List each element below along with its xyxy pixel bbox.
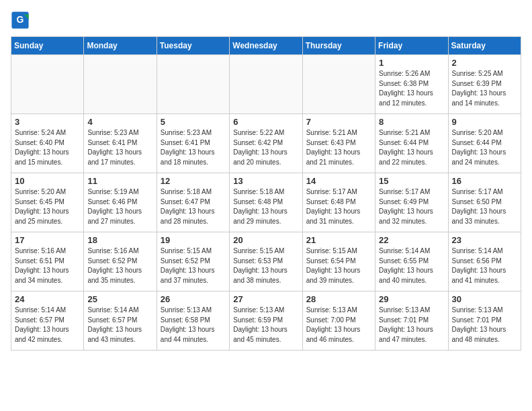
svg-text:G: G [17,14,24,25]
day-info: Sunrise: 5:20 AM Sunset: 6:45 PM Dayligh… [15,187,80,226]
day-cell: 18Sunrise: 5:16 AM Sunset: 6:52 PM Dayli… [84,232,157,291]
day-number: 24 [15,294,80,304]
day-number: 19 [161,235,226,245]
day-cell: 29Sunrise: 5:13 AM Sunset: 7:01 PM Dayli… [375,291,448,351]
day-cell [230,55,302,114]
day-cell: 27Sunrise: 5:13 AM Sunset: 6:59 PM Dayli… [230,291,302,351]
col-header-wednesday: Wednesday [230,37,302,55]
day-cell: 7Sunrise: 5:21 AM Sunset: 6:43 PM Daylig… [302,114,375,173]
day-number: 20 [233,235,298,245]
day-info: Sunrise: 5:25 AM Sunset: 6:39 PM Dayligh… [452,69,517,108]
day-number: 27 [233,294,298,304]
day-cell: 16Sunrise: 5:17 AM Sunset: 6:50 PM Dayli… [448,173,521,232]
day-info: Sunrise: 5:19 AM Sunset: 6:46 PM Dayligh… [87,187,152,226]
day-info: Sunrise: 5:15 AM Sunset: 6:52 PM Dayligh… [161,246,226,285]
calendar-header-row: SundayMondayTuesdayWednesdayThursdayFrid… [11,37,521,55]
day-cell: 11Sunrise: 5:19 AM Sunset: 6:46 PM Dayli… [84,173,157,232]
day-info: Sunrise: 5:14 AM Sunset: 6:57 PM Dayligh… [87,306,152,345]
day-number: 8 [379,117,444,127]
day-info: Sunrise: 5:16 AM Sunset: 6:51 PM Dayligh… [15,246,80,285]
day-number: 9 [452,117,517,127]
day-info: Sunrise: 5:14 AM Sunset: 6:55 PM Dayligh… [379,246,444,285]
day-number: 1 [379,58,444,68]
week-row-0: 1Sunrise: 5:26 AM Sunset: 6:38 PM Daylig… [11,55,521,114]
day-number: 10 [15,176,80,186]
day-info: Sunrise: 5:18 AM Sunset: 6:47 PM Dayligh… [161,187,226,226]
day-cell: 1Sunrise: 5:26 AM Sunset: 6:38 PM Daylig… [375,55,448,114]
logo: G [11,11,32,30]
col-header-sunday: Sunday [11,37,84,55]
day-number: 3 [15,117,80,127]
day-number: 17 [15,235,80,245]
day-info: Sunrise: 5:24 AM Sunset: 6:40 PM Dayligh… [15,128,80,167]
day-cell: 10Sunrise: 5:20 AM Sunset: 6:45 PM Dayli… [11,173,84,232]
header: G [11,11,521,30]
day-cell: 24Sunrise: 5:14 AM Sunset: 6:57 PM Dayli… [11,291,84,351]
day-info: Sunrise: 5:23 AM Sunset: 6:41 PM Dayligh… [161,128,226,167]
day-info: Sunrise: 5:16 AM Sunset: 6:52 PM Dayligh… [87,246,152,285]
day-info: Sunrise: 5:13 AM Sunset: 7:01 PM Dayligh… [379,306,444,345]
day-cell: 13Sunrise: 5:18 AM Sunset: 6:48 PM Dayli… [230,173,302,232]
day-cell: 12Sunrise: 5:18 AM Sunset: 6:47 PM Dayli… [157,173,229,232]
calendar-table: SundayMondayTuesdayWednesdayThursdayFrid… [11,36,521,351]
day-cell: 14Sunrise: 5:17 AM Sunset: 6:48 PM Dayli… [302,173,375,232]
day-info: Sunrise: 5:22 AM Sunset: 6:42 PM Dayligh… [233,128,298,167]
day-info: Sunrise: 5:23 AM Sunset: 6:41 PM Dayligh… [87,128,152,167]
day-cell: 19Sunrise: 5:15 AM Sunset: 6:52 PM Dayli… [157,232,229,291]
day-cell: 26Sunrise: 5:13 AM Sunset: 6:58 PM Dayli… [157,291,229,351]
day-number: 2 [452,58,517,68]
day-cell [11,55,84,114]
day-cell: 8Sunrise: 5:21 AM Sunset: 6:44 PM Daylig… [375,114,448,173]
day-info: Sunrise: 5:13 AM Sunset: 7:01 PM Dayligh… [452,306,517,345]
day-cell: 22Sunrise: 5:14 AM Sunset: 6:55 PM Dayli… [375,232,448,291]
day-number: 26 [161,294,226,304]
day-cell: 3Sunrise: 5:24 AM Sunset: 6:40 PM Daylig… [11,114,84,173]
day-info: Sunrise: 5:21 AM Sunset: 6:43 PM Dayligh… [306,128,371,167]
week-row-4: 24Sunrise: 5:14 AM Sunset: 6:57 PM Dayli… [11,291,521,351]
day-number: 11 [87,176,152,186]
day-cell [84,55,157,114]
day-cell [302,55,375,114]
day-info: Sunrise: 5:17 AM Sunset: 6:49 PM Dayligh… [379,187,444,226]
day-number: 4 [87,117,152,127]
day-number: 25 [87,294,152,304]
col-header-thursday: Thursday [302,37,375,55]
day-number: 21 [306,235,371,245]
day-info: Sunrise: 5:13 AM Sunset: 7:00 PM Dayligh… [306,306,371,345]
day-number: 12 [161,176,226,186]
day-info: Sunrise: 5:20 AM Sunset: 6:44 PM Dayligh… [452,128,517,167]
day-number: 16 [452,176,517,186]
day-cell: 28Sunrise: 5:13 AM Sunset: 7:00 PM Dayli… [302,291,375,351]
day-cell: 2Sunrise: 5:25 AM Sunset: 6:39 PM Daylig… [448,55,521,114]
day-cell: 5Sunrise: 5:23 AM Sunset: 6:41 PM Daylig… [157,114,229,173]
day-cell: 4Sunrise: 5:23 AM Sunset: 6:41 PM Daylig… [84,114,157,173]
day-number: 13 [233,176,298,186]
day-cell: 30Sunrise: 5:13 AM Sunset: 7:01 PM Dayli… [448,291,521,351]
day-info: Sunrise: 5:15 AM Sunset: 6:53 PM Dayligh… [233,246,298,285]
day-info: Sunrise: 5:18 AM Sunset: 6:48 PM Dayligh… [233,187,298,226]
col-header-monday: Monday [84,37,157,55]
day-info: Sunrise: 5:17 AM Sunset: 6:50 PM Dayligh… [452,187,517,226]
week-row-3: 17Sunrise: 5:16 AM Sunset: 6:51 PM Dayli… [11,232,521,291]
day-number: 22 [379,235,444,245]
day-info: Sunrise: 5:14 AM Sunset: 6:56 PM Dayligh… [452,246,517,285]
day-cell: 6Sunrise: 5:22 AM Sunset: 6:42 PM Daylig… [230,114,302,173]
day-info: Sunrise: 5:13 AM Sunset: 6:59 PM Dayligh… [233,306,298,345]
col-header-saturday: Saturday [448,37,521,55]
week-row-2: 10Sunrise: 5:20 AM Sunset: 6:45 PM Dayli… [11,173,521,232]
day-number: 23 [452,235,517,245]
day-cell: 17Sunrise: 5:16 AM Sunset: 6:51 PM Dayli… [11,232,84,291]
day-info: Sunrise: 5:26 AM Sunset: 6:38 PM Dayligh… [379,69,444,108]
logo-icon: G [11,11,30,30]
day-info: Sunrise: 5:21 AM Sunset: 6:44 PM Dayligh… [379,128,444,167]
day-cell: 23Sunrise: 5:14 AM Sunset: 6:56 PM Dayli… [448,232,521,291]
week-row-1: 3Sunrise: 5:24 AM Sunset: 6:40 PM Daylig… [11,114,521,173]
day-number: 6 [233,117,298,127]
day-info: Sunrise: 5:13 AM Sunset: 6:58 PM Dayligh… [161,306,226,345]
day-info: Sunrise: 5:17 AM Sunset: 6:48 PM Dayligh… [306,187,371,226]
day-cell: 21Sunrise: 5:15 AM Sunset: 6:54 PM Dayli… [302,232,375,291]
day-cell: 9Sunrise: 5:20 AM Sunset: 6:44 PM Daylig… [448,114,521,173]
day-number: 28 [306,294,371,304]
day-number: 7 [306,117,371,127]
col-header-tuesday: Tuesday [157,37,229,55]
